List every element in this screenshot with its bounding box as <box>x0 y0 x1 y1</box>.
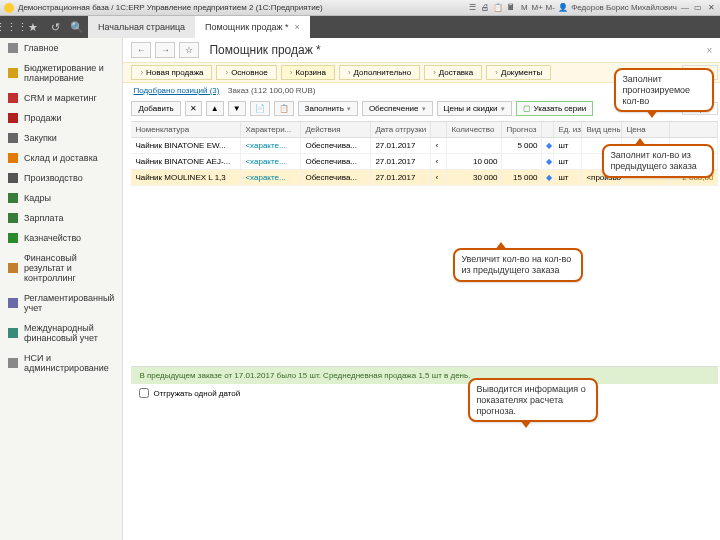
col-header[interactable] <box>670 122 718 137</box>
sidebar-item[interactable]: Продажи <box>0 108 122 128</box>
sidebar-label: Регламентированный учет <box>24 293 114 313</box>
step-tab[interactable]: › Документы <box>486 65 551 80</box>
col-header[interactable]: Ед. изм. <box>554 122 582 137</box>
sidebar-icon <box>8 68 18 78</box>
sidebar-item[interactable]: Казначейство <box>0 228 122 248</box>
add-button[interactable]: Добавить <box>131 101 180 116</box>
cell <box>447 138 502 154</box>
sidebar-icon <box>8 213 18 223</box>
search-icon[interactable]: 🔍 <box>66 16 88 38</box>
sidebar-item[interactable]: Финансовый результат и контроллинг <box>0 248 122 288</box>
sidebar-label: Продажи <box>24 113 62 123</box>
tab-close-icon[interactable]: × <box>295 22 300 32</box>
sidebar-label: Зарплата <box>24 213 63 223</box>
chevron-right-icon: › <box>495 68 498 77</box>
user-name[interactable]: Федоров Борис Михайлович <box>571 3 677 13</box>
sidebar-icon <box>8 153 18 163</box>
sidebar-icon <box>8 43 18 53</box>
tab-assistant[interactable]: Помощник продаж * × <box>195 16 310 38</box>
sidebar-icon <box>8 93 18 103</box>
sidebar-item[interactable]: Закупки <box>0 128 122 148</box>
star-icon[interactable]: ★ <box>22 16 44 38</box>
sidebar-label: Финансовый результат и контроллинг <box>24 253 114 283</box>
step-tab[interactable]: › Новая продажа <box>131 65 212 80</box>
prices-dropdown[interactable]: Цены и скидки <box>437 101 512 116</box>
sidebar-icon <box>8 233 18 243</box>
sys-icon[interactable]: 🖨 <box>480 3 490 13</box>
callout-forecast-fill: Заполнит прогнозируемое кол-во <box>614 68 714 112</box>
sidebar-item[interactable]: Регламентированный учет <box>0 288 122 318</box>
sidebar-item[interactable]: НСИ и администрирование <box>0 348 122 378</box>
step-tab[interactable]: › Дополнительно <box>339 65 420 80</box>
cell: 10 000 <box>447 154 502 170</box>
page-title: Помощник продаж * <box>209 43 320 57</box>
sidebar-item[interactable]: Зарплата <box>0 208 122 228</box>
sidebar-icon <box>8 173 18 183</box>
nav-fwd-button[interactable]: → <box>155 42 175 58</box>
sidebar-item[interactable]: Главное <box>0 38 122 58</box>
col-header[interactable]: Вид цены <box>582 122 622 137</box>
sys-icon[interactable]: 📋 <box>493 3 503 13</box>
favorite-button[interactable]: ☆ <box>179 42 199 58</box>
col-header[interactable]: Номенклатура <box>131 122 241 137</box>
copy-button[interactable]: 📄 <box>250 101 270 116</box>
history-icon[interactable]: ↺ <box>44 16 66 38</box>
cell: шт <box>554 154 582 170</box>
series-button[interactable]: ▢ Указать серии <box>516 101 594 116</box>
user-icon[interactable]: 👤 <box>558 3 568 13</box>
cell: Чайник BINATONE EW... <box>131 138 241 154</box>
move-up-button[interactable]: ▲ <box>206 101 224 116</box>
fill-dropdown[interactable]: Заполнить <box>298 101 358 116</box>
m-icon[interactable]: M <box>519 3 529 13</box>
chevron-right-icon: › <box>348 68 351 77</box>
paste-button[interactable]: 📋 <box>274 101 294 116</box>
sys-icon[interactable]: ☰ <box>467 3 477 13</box>
col-header[interactable] <box>431 122 447 137</box>
step-tab[interactable]: › Корзина <box>281 65 335 80</box>
sys-icon[interactable]: 🖩 <box>506 3 516 13</box>
col-header[interactable] <box>542 122 554 137</box>
maximize-icon[interactable]: ▭ <box>693 3 703 13</box>
cell: <характе... <box>241 138 301 154</box>
col-header[interactable]: Действия <box>301 122 371 137</box>
cell: шт <box>554 170 582 186</box>
col-header[interactable]: Количество <box>447 122 502 137</box>
sidebar-label: Производство <box>24 173 83 183</box>
col-header[interactable]: Цена <box>622 122 670 137</box>
cell: 27.01.2017 <box>371 154 431 170</box>
ship-one-date-checkbox[interactable] <box>139 388 149 398</box>
cell: ◆ <box>542 138 554 154</box>
tab-home[interactable]: Начальная страница <box>88 16 195 38</box>
move-down-button[interactable]: ▼ <box>228 101 246 116</box>
sidebar-item[interactable]: Производство <box>0 168 122 188</box>
col-header[interactable]: Дата отгрузки <box>371 122 431 137</box>
main-toolbar: ⋮⋮⋮ ★ ↺ 🔍 Начальная страница Помощник пр… <box>0 16 720 38</box>
sidebar-item[interactable]: CRM и маркетинг <box>0 88 122 108</box>
ship-row: Отгружать одной датой <box>131 384 718 402</box>
ship-label: Отгружать одной датой <box>153 389 240 398</box>
col-header[interactable]: Прогноз <box>502 122 542 137</box>
minimize-icon[interactable]: — <box>680 3 690 13</box>
col-header[interactable]: Характери... <box>241 122 301 137</box>
menu-icon[interactable]: ⋮⋮⋮ <box>0 16 22 38</box>
nav-back-button[interactable]: ← <box>131 42 151 58</box>
cell <box>502 154 542 170</box>
sidebar-item[interactable]: Склад и доставка <box>0 148 122 168</box>
sidebar-item[interactable]: Кадры <box>0 188 122 208</box>
sidebar-item[interactable]: Бюджетирование и планирование <box>0 58 122 88</box>
positions-link[interactable]: Подобрано позиций (3) <box>133 86 219 95</box>
cell: ‹ <box>431 154 447 170</box>
sidebar-item[interactable]: Международный финансовый учет <box>0 318 122 348</box>
chevron-right-icon: › <box>140 68 143 77</box>
close-icon[interactable]: ✕ <box>706 3 716 13</box>
sidebar-icon <box>8 328 18 338</box>
step-tab[interactable]: › Доставка <box>424 65 482 80</box>
page-close-icon[interactable]: × <box>707 45 719 56</box>
delete-row-button[interactable]: ✕ <box>185 101 202 116</box>
step-tab[interactable]: › Основное <box>216 65 276 80</box>
supply-dropdown[interactable]: Обеспечение <box>362 101 433 116</box>
m-icon[interactable]: M+ <box>532 3 542 13</box>
cell: Чайник BINATONE AEJ-... <box>131 154 241 170</box>
window-titlebar: Демонстрационная база / 1C:ERP Управлени… <box>0 0 720 16</box>
m-icon[interactable]: M- <box>545 3 555 13</box>
